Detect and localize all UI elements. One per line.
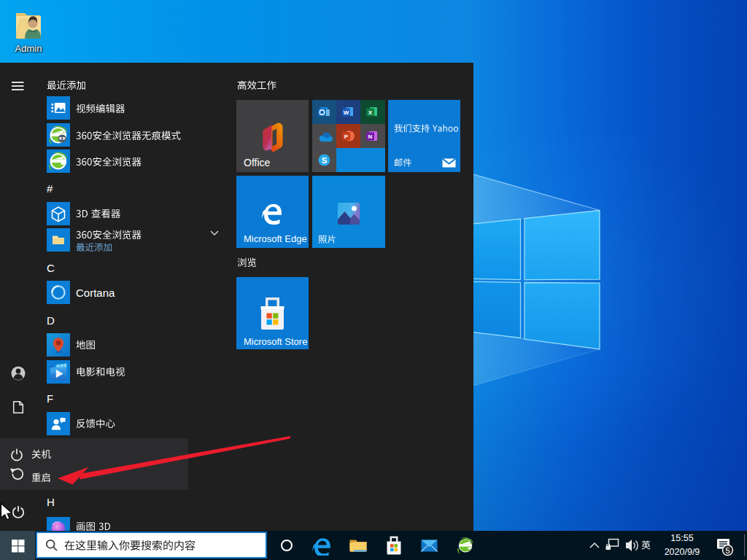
svg-text:W: W [344, 109, 349, 116]
svg-text:Microsoft Store: Microsoft Store [244, 336, 307, 347]
svg-text:X: X [368, 109, 373, 116]
svg-text:N: N [368, 133, 373, 140]
svg-text:P: P [344, 133, 349, 140]
svg-text:5: 5 [726, 546, 730, 555]
svg-text:Office: Office [244, 157, 271, 168]
svg-text:Microsoft Edge: Microsoft Edge [244, 233, 307, 244]
svg-text:S: S [322, 156, 328, 165]
